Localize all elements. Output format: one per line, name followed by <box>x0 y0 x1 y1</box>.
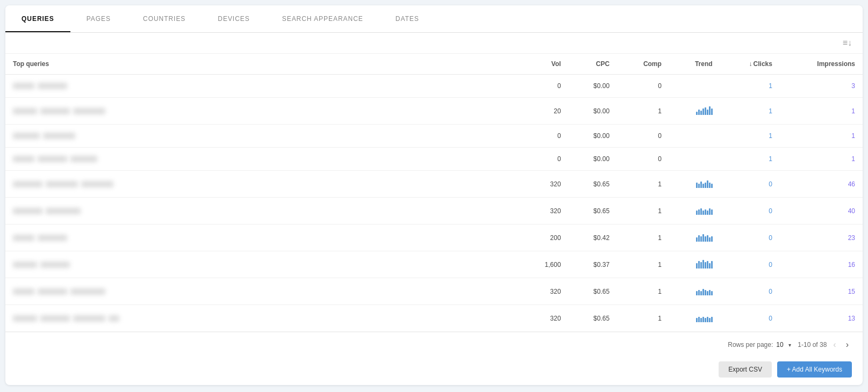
keyword-blur-segment <box>13 288 34 295</box>
sparkline-bar <box>711 108 713 115</box>
keyword-cell <box>5 305 520 332</box>
sparkline-bar <box>700 182 702 188</box>
keyword-blur-segment <box>40 262 70 268</box>
sparkline-bar <box>711 317 713 322</box>
page-info: 1-10 of 38 <box>798 341 827 349</box>
col-header-clicks[interactable]: ↓Clicks <box>720 54 780 75</box>
sparkline-bar <box>709 237 711 242</box>
vol-cell: 1,600 <box>520 251 569 278</box>
page-navigation: 1-10 of 38 ‹ › <box>798 339 852 351</box>
keyword-blur-segment <box>40 108 70 114</box>
impressions-cell[interactable]: 46 <box>780 171 863 198</box>
tab-search-appearance[interactable]: SEARCH APPEARANCE <box>266 5 379 32</box>
trend-cell <box>669 171 720 198</box>
keyword-blur-segment <box>13 108 37 114</box>
trend-cell <box>669 75 720 98</box>
sparkline-bar <box>709 318 711 322</box>
prev-page-button[interactable]: ‹ <box>830 339 839 351</box>
comp-cell: 1 <box>617 278 669 305</box>
impressions-cell[interactable]: 1 <box>780 125 863 148</box>
clicks-cell[interactable]: 0 <box>720 305 780 332</box>
table-row: 320$0.651015 <box>5 278 863 305</box>
sparkline-bar <box>709 106 711 115</box>
sparkline-bar <box>698 261 700 268</box>
clicks-cell[interactable]: 0 <box>720 198 780 224</box>
impressions-cell[interactable]: 3 <box>780 75 863 98</box>
sparkline-bar <box>702 289 704 295</box>
sparkline-bar <box>709 183 711 188</box>
impressions-cell[interactable]: 1 <box>780 98 863 125</box>
table-row: 320$0.651046 <box>5 171 863 198</box>
keyword-blur-segment <box>73 108 105 114</box>
sparkline-bar <box>707 210 708 215</box>
tab-queries[interactable]: QUERIES <box>5 5 70 32</box>
sparkline-bar <box>696 318 698 322</box>
sparkline-bar <box>700 208 702 215</box>
sparkline-bar <box>698 235 700 242</box>
keyword-blur-segment <box>43 133 75 139</box>
keyword-cell <box>5 98 520 125</box>
comp-cell: 0 <box>617 125 669 148</box>
add-all-keywords-button[interactable]: + Add All Keywords <box>777 361 852 378</box>
clicks-cell[interactable]: 0 <box>720 171 780 198</box>
sparkline-bar <box>700 236 702 242</box>
col-header-vol: Vol <box>520 54 569 75</box>
impressions-cell[interactable]: 1 <box>780 148 863 171</box>
table-row: 320$0.651040 <box>5 198 863 224</box>
sparkline-bar <box>705 209 706 215</box>
clicks-cell[interactable]: 0 <box>720 278 780 305</box>
impressions-cell[interactable]: 16 <box>780 251 863 278</box>
rows-per-page-select[interactable]: 10 25 50 <box>776 341 791 349</box>
sparkline-bar <box>702 317 704 322</box>
sparkline-bar <box>707 235 708 242</box>
cpc-cell: $0.37 <box>569 251 618 278</box>
next-page-button[interactable]: › <box>843 339 852 351</box>
trend-cell <box>669 305 720 332</box>
col-header-comp: Comp <box>617 54 669 75</box>
clicks-cell[interactable]: 1 <box>720 148 780 171</box>
tab-pages[interactable]: PAGES <box>70 5 127 32</box>
impressions-cell[interactable]: 40 <box>780 198 863 224</box>
keyword-blur-segment <box>38 83 67 89</box>
tab-dates[interactable]: DATES <box>379 5 435 32</box>
sparkline-bar <box>709 290 711 295</box>
cpc-cell: $0.00 <box>569 98 618 125</box>
clicks-cell[interactable]: 1 <box>720 75 780 98</box>
keyword-blur-segment <box>38 288 67 295</box>
tab-countries[interactable]: COUNTRIES <box>127 5 202 32</box>
cpc-cell: $0.65 <box>569 305 618 332</box>
keyword-blur-segment <box>13 315 37 322</box>
keyword-blur-segment <box>38 156 67 162</box>
export-csv-button[interactable]: Export CSV <box>719 361 772 378</box>
col-header-query: Top queries <box>5 54 520 75</box>
sparkline-bar <box>696 210 698 215</box>
trend-cell <box>669 198 720 224</box>
tab-devices[interactable]: DEVICES <box>202 5 266 32</box>
sparkline-chart <box>696 205 713 215</box>
vol-cell: 320 <box>520 171 569 198</box>
keyword-blur-segment <box>46 181 78 187</box>
sparkline-chart <box>696 259 713 268</box>
clicks-cell[interactable]: 1 <box>720 98 780 125</box>
clicks-cell[interactable]: 0 <box>720 251 780 278</box>
keyword-blur-segment <box>38 235 67 241</box>
sparkline-bar <box>696 237 698 242</box>
sparkline-bar <box>700 318 702 322</box>
trend-cell <box>669 278 720 305</box>
filter-icon[interactable]: ≡↓ <box>843 38 852 48</box>
vol-cell: 0 <box>520 125 569 148</box>
trend-cell <box>669 98 720 125</box>
clicks-cell[interactable]: 0 <box>720 224 780 251</box>
impressions-cell[interactable]: 23 <box>780 224 863 251</box>
impressions-cell[interactable]: 13 <box>780 305 863 332</box>
sparkline-bar <box>698 317 700 322</box>
table-row: 320$0.651013 <box>5 305 863 332</box>
sparkline-bar <box>700 291 702 295</box>
impressions-cell[interactable]: 15 <box>780 278 863 305</box>
sparkline-bar <box>705 262 706 268</box>
vol-cell: 0 <box>520 148 569 171</box>
clicks-cell[interactable]: 1 <box>720 125 780 148</box>
col-header-trend: Trend <box>669 54 720 75</box>
keyword-cell <box>5 278 520 305</box>
rows-per-page-label: Rows per page: <box>728 341 773 349</box>
